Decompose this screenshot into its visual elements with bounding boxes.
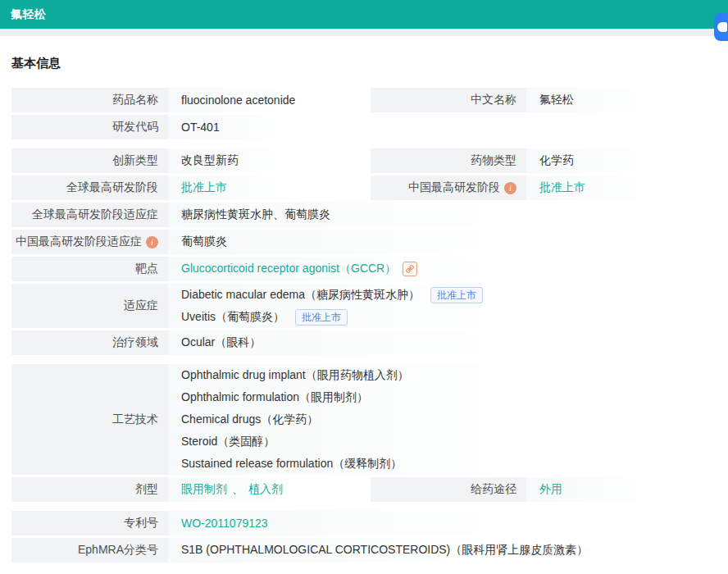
assistant-widget-button[interactable] (714, 13, 728, 41)
global-phase-link[interactable]: 批准上市 (181, 180, 227, 195)
technology-item: Chemical drugs（化学药） (181, 408, 318, 430)
status-badge: 批准上市 (295, 309, 348, 326)
innovation-type-label: 创新类型 (11, 148, 168, 173)
row-ephmra: EphMRA分类号 S1B (OPHTHALMOLOGICAL CORTICOS… (11, 538, 717, 563)
dosage-form-link[interactable]: 植入剂 (248, 482, 283, 497)
drug-type-value: 化学药 (539, 153, 574, 168)
assistant-icon (717, 22, 727, 32)
indication-name: Uveitis（葡萄膜炎） (181, 310, 284, 325)
info-icon[interactable]: i (146, 236, 158, 248)
chinese-name-label: 中文名称 (371, 88, 526, 112)
china-phase-indication-value: 葡萄膜炎 (181, 235, 227, 249)
row-patent: 专利号 WO-2011079123 (11, 511, 717, 535)
status-badge: 批准上市 (430, 287, 483, 303)
row-drug-name: 药品名称 fluocinolone acetonide 中文名称 氟轻松 (11, 88, 717, 112)
global-phase-indication-value: 糖尿病性黄斑水肿、葡萄膜炎 (181, 207, 330, 222)
route-link[interactable]: 外用 (539, 482, 562, 497)
indication-name: Diabetic macular edema（糖尿病性黄斑水肿） (181, 288, 420, 303)
ephmra-value: S1B (OPHTHALMOLOGICAL CORTICOSTEROIDS)（眼… (181, 543, 588, 558)
row-therapy-area: 治疗领域 Ocular（眼科） (11, 330, 717, 355)
global-phase-indication-label: 全球最高研发阶段适应症 (11, 203, 168, 227)
row-indications: 适应症 Diabetic macular edema（糖尿病性黄斑水肿） 批准上… (11, 284, 717, 328)
therapy-area-label: 治疗领域 (11, 330, 168, 355)
row-dosage-form: 剂型 眼用制剂 、 植入剂 给药途径 外用 (11, 477, 717, 502)
row-target: 靶点 Glucocorticoid receptor agonist（GCCR） (11, 257, 717, 281)
china-phase-indication-label-text: 中国最高研发阶段适应症 (16, 235, 142, 249)
technology-item: Sustained release formulation（缓释制剂） (181, 453, 402, 475)
page-title: 氟轻松 (0, 7, 47, 22)
top-header-bar: 氟轻松 (0, 0, 728, 29)
ephmra-label: EphMRA分类号 (11, 538, 168, 563)
row-global-phase-indication: 全球最高研发阶段适应症 糖尿病性黄斑水肿、葡萄膜炎 (11, 203, 717, 227)
innovation-type-value: 改良型新药 (181, 153, 239, 168)
indication-item: Uveitis（葡萄膜炎） 批准上市 (181, 306, 348, 328)
dosage-form-label: 剂型 (11, 477, 168, 502)
patent-link[interactable]: WO-2011079123 (181, 517, 268, 530)
rd-code-value: OT-401 (181, 121, 220, 134)
section-title: 基本信息 (11, 56, 717, 71)
patent-label: 专利号 (11, 511, 168, 535)
chinese-name-value: 氟轻松 (539, 93, 574, 107)
global-phase-label: 全球最高研发阶段 (11, 175, 168, 200)
china-phase-link[interactable]: 批准上市 (539, 180, 585, 195)
technology-item: Ophthalmic drug implant（眼用药物植入剂） (181, 364, 409, 386)
row-highest-phase: 全球最高研发阶段 批准上市 中国最高研发阶段 i 批准上市 (11, 175, 717, 200)
drug-name-label: 药品名称 (11, 88, 168, 112)
china-phase-label: 中国最高研发阶段 i (371, 175, 526, 200)
basic-info-panel: 基本信息 药品名称 fluocinolone acetonide 中文名称 氟轻… (0, 56, 728, 563)
dosage-form-link[interactable]: 眼用制剂 (181, 482, 227, 497)
drug-type-label: 药物类型 (371, 148, 526, 173)
indication-item: Diabetic macular edema（糖尿病性黄斑水肿） 批准上市 (181, 284, 483, 306)
target-label: 靶点 (11, 257, 168, 281)
technology-item: Ophthalmic formulation（眼用制剂） (181, 386, 368, 408)
external-link-icon[interactable] (403, 262, 417, 276)
row-innovation-type: 创新类型 改良型新药 药物类型 化学药 (11, 148, 717, 173)
therapy-area-value: Ocular（眼科） (181, 335, 261, 350)
info-icon[interactable]: i (504, 182, 516, 194)
row-technology: 工艺技术 Ophthalmic drug implant（眼用药物植入剂） Op… (11, 364, 717, 475)
header-substrip (0, 29, 728, 36)
china-phase-indication-label: 中国最高研发阶段适应症 i (11, 230, 168, 254)
row-rd-code: 研发代码 OT-401 (11, 115, 717, 139)
drug-name-value: fluocinolone acetonide (181, 93, 295, 107)
technology-label: 工艺技术 (11, 364, 168, 475)
route-label: 给药途径 (371, 477, 526, 502)
china-phase-label-text: 中国最高研发阶段 (408, 180, 500, 195)
indications-label: 适应症 (11, 284, 168, 328)
technology-item: Steroid（类固醇） (181, 430, 275, 453)
rd-code-label: 研发代码 (11, 115, 168, 139)
separator: 、 (232, 482, 243, 497)
row-china-phase-indication: 中国最高研发阶段适应症 i 葡萄膜炎 (11, 230, 717, 254)
target-link[interactable]: Glucocorticoid receptor agonist（GCCR） (181, 262, 396, 276)
